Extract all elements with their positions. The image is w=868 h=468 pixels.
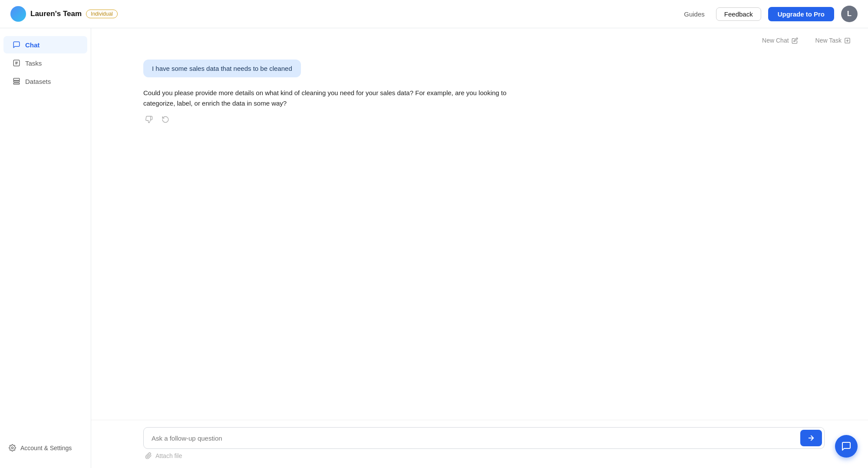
paperclip-icon	[145, 452, 152, 459]
new-task-label: New Task	[815, 37, 842, 44]
sidebar-bottom: Account & Settings	[0, 435, 91, 461]
datasets-icon	[12, 77, 21, 86]
retry-button[interactable]	[160, 114, 171, 125]
topnav-right: Guides Feedback Upgrade to Pro L	[680, 6, 858, 22]
account-settings-label: Account & Settings	[20, 445, 72, 451]
response-actions	[143, 114, 825, 125]
sidebar: Chat Tasks	[0, 28, 91, 468]
user-message: I have some sales data that needs to be …	[143, 60, 301, 77]
new-task-button[interactable]: New Task	[812, 35, 854, 46]
settings-icon	[9, 444, 16, 451]
sidebar-datasets-label: Datasets	[25, 78, 51, 85]
avatar[interactable]: L	[841, 6, 858, 22]
team-logo	[10, 6, 26, 22]
thumbs-down-button[interactable]	[143, 114, 155, 125]
sidebar-tasks-label: Tasks	[25, 60, 42, 67]
sidebar-item-datasets[interactable]: Datasets	[3, 73, 87, 90]
send-button[interactable]	[800, 430, 822, 446]
sidebar-item-tasks[interactable]: Tasks	[3, 54, 87, 72]
chat-area: New Chat New Task	[91, 28, 868, 468]
feedback-button[interactable]: Feedback	[716, 7, 761, 21]
chat-bubble-button[interactable]	[835, 435, 858, 458]
topnav: Lauren's Team Individual Guides Feedback…	[0, 0, 868, 28]
svg-rect-6	[13, 83, 20, 84]
new-chat-icon	[792, 37, 798, 44]
main-layout: Chat Tasks	[0, 28, 868, 468]
attach-file-label: Attach file	[155, 452, 182, 459]
guides-button[interactable]: Guides	[680, 8, 709, 20]
sidebar-chat-label: Chat	[25, 41, 40, 49]
chat-icon	[12, 40, 21, 49]
svg-point-7	[11, 447, 13, 448]
account-settings-button[interactable]: Account & Settings	[3, 440, 87, 456]
input-area: Attach file	[91, 420, 868, 468]
topnav-left: Lauren's Team Individual	[10, 6, 680, 22]
sidebar-item-chat[interactable]: Chat	[3, 36, 87, 53]
upgrade-button[interactable]: Upgrade to Pro	[768, 7, 834, 21]
svg-rect-4	[13, 78, 20, 80]
chat-toolbar: New Chat New Task	[91, 28, 868, 49]
individual-badge: Individual	[86, 10, 118, 18]
ai-response: Could you please provide more details on…	[143, 88, 534, 109]
new-task-icon	[844, 37, 851, 44]
chat-input[interactable]	[144, 428, 798, 448]
attach-file-button[interactable]: Attach file	[143, 449, 825, 459]
team-name: Lauren's Team	[30, 10, 82, 18]
input-row	[143, 427, 825, 449]
tasks-icon	[12, 59, 21, 67]
chat-messages: I have some sales data that needs to be …	[91, 49, 868, 420]
sidebar-nav: Chat Tasks	[0, 35, 91, 435]
new-chat-label: New Chat	[762, 37, 789, 44]
svg-rect-5	[13, 81, 20, 82]
new-chat-button[interactable]: New Chat	[759, 35, 801, 46]
